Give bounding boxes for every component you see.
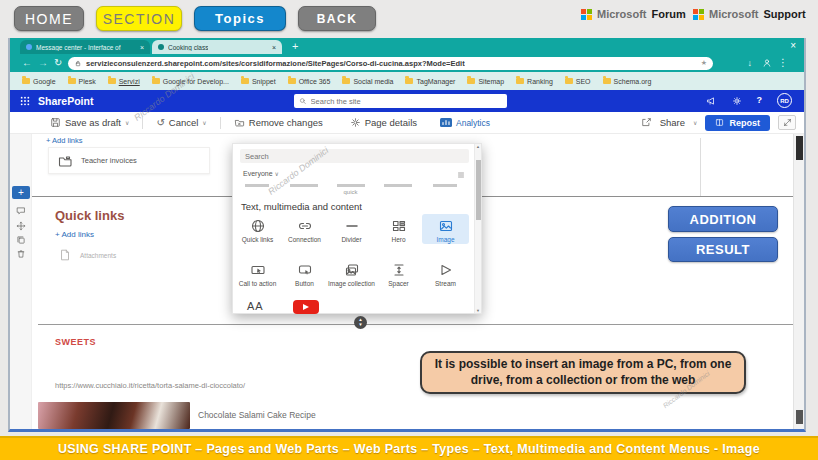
document-icon <box>58 248 72 262</box>
move-icon[interactable] <box>16 221 26 231</box>
gear-icon <box>350 117 361 128</box>
resize-button[interactable] <box>778 115 796 130</box>
youtube-icon[interactable] <box>293 300 319 314</box>
addition-button[interactable]: ADDITION <box>668 206 778 232</box>
webpart-tile-image[interactable]: Image <box>422 214 469 244</box>
trash-icon[interactable] <box>16 249 26 259</box>
folder-icon <box>467 78 475 84</box>
save-as-draft-button[interactable]: Save as draft∨ <box>50 117 129 128</box>
diagonal-resize-icon <box>783 118 792 127</box>
address-bar: ← → ↻ servizieconsulenzerd.sharepoint.co… <box>10 54 804 72</box>
chevron-down-icon: ∨ <box>275 171 279 177</box>
share-button[interactable]: Share <box>660 117 685 128</box>
bookmark-item[interactable]: Google <box>22 78 56 85</box>
truncated-label: quick <box>343 189 357 195</box>
menu-dots-icon[interactable]: ⋮ <box>778 57 788 68</box>
comment-icon[interactable] <box>16 206 26 216</box>
tab-favicon <box>26 44 32 50</box>
bookmark-item[interactable]: TagManager <box>405 78 455 85</box>
attachments-item[interactable]: Attachments <box>58 248 116 262</box>
download-icon[interactable]: ↓ <box>748 58 753 68</box>
left-rail <box>10 134 32 429</box>
refresh-icon[interactable]: ↻ <box>54 57 62 68</box>
panel-collapse-button[interactable]: ▲ ▼ <box>354 316 367 329</box>
webpart-tile-connection[interactable]: Connection <box>281 214 328 244</box>
forward-icon[interactable]: → <box>38 57 48 68</box>
page-canvas: + + Add links Teacher invoices Quick lin… <box>10 134 804 429</box>
close-tab-icon[interactable]: × <box>272 44 276 51</box>
site-search-box[interactable] <box>294 94 507 108</box>
close-window-icon[interactable]: × <box>790 40 796 51</box>
help-icon[interactable]: ? <box>757 95 763 105</box>
teacher-invoices-item[interactable]: Teacher invoices <box>48 147 210 174</box>
bookmark-item[interactable]: Google for Develop... <box>152 78 229 85</box>
home-button[interactable]: HOME <box>14 6 84 31</box>
bookmark-item[interactable]: Office 365 <box>288 78 331 85</box>
share-icon[interactable] <box>641 117 652 128</box>
url-field[interactable]: servizieconsulenzerd.sharepoint.com/site… <box>68 57 713 70</box>
bookmark-item[interactable]: Sitemap <box>467 78 504 85</box>
page-details-button[interactable]: Page details <box>350 117 417 128</box>
result-button[interactable]: RESULT <box>668 237 778 262</box>
bookmark-item[interactable]: Servizi <box>108 78 140 85</box>
hero-icon <box>391 218 407 234</box>
new-tab-button[interactable]: + <box>292 40 298 52</box>
webpart-search-input[interactable] <box>245 152 464 161</box>
waffle-icon[interactable] <box>20 96 30 106</box>
bookmark-item[interactable]: SEO <box>565 78 591 85</box>
folder-icon <box>516 78 524 84</box>
app-name[interactable]: SharePoint <box>38 95 93 107</box>
tab-cooking-class[interactable]: Cooking class × <box>152 40 282 54</box>
tab-message-center[interactable]: Message center - Interface of × <box>20 40 150 54</box>
fonts-icon[interactable]: AA <box>247 300 264 312</box>
bookmark-star-icon[interactable]: ★ <box>701 59 707 67</box>
microsoft-wordmark: Microsoft <box>709 8 759 20</box>
feedback-icon[interactable] <box>706 96 716 106</box>
bookmark-item[interactable]: Social media <box>342 78 393 85</box>
add-links[interactable]: + Add links <box>55 230 94 239</box>
bookmark-item[interactable]: Snippet <box>241 78 276 85</box>
add-webpart-button[interactable]: + <box>12 186 30 199</box>
scroll-down-icon[interactable]: ▼ <box>476 308 480 313</box>
recipe-title[interactable]: Chocolate Salami Cake Recipe <box>198 410 316 420</box>
close-tab-icon[interactable]: × <box>140 44 144 51</box>
webpart-tile-quick-links[interactable]: Quick links <box>234 214 281 244</box>
bookmark-item[interactable]: Ranking <box>516 78 553 85</box>
topics-button[interactable]: Topics <box>194 6 286 31</box>
add-links-top[interactable]: + Add links <box>46 136 82 145</box>
webpart-tile-stream[interactable]: Stream <box>422 258 469 288</box>
chevron-down-icon[interactable]: ∨ <box>693 119 697 126</box>
panel-scrollbar[interactable]: ▲ ▼ <box>474 144 481 313</box>
webpart-search-box[interactable] <box>240 149 469 163</box>
recipe-thumbnail[interactable] <box>38 402 190 429</box>
scrollbar-thumb[interactable] <box>796 136 803 160</box>
bookmark-item[interactable]: Schema.org <box>603 78 652 85</box>
webpart-tile-image-collection[interactable]: Image collection <box>328 258 375 288</box>
filter-dropdown[interactable]: Everyone ∨ <box>243 170 279 177</box>
analytics-button[interactable]: Analytics <box>440 118 490 128</box>
back-button[interactable]: BACK <box>298 6 376 31</box>
cancel-button[interactable]: ↺ Cancel∨ <box>156 117 206 128</box>
settings-gear-icon[interactable] <box>732 96 742 106</box>
webpart-tile-divider[interactable]: Divider <box>328 214 375 244</box>
scrollbar-thumb[interactable] <box>476 160 481 220</box>
remove-changes-button[interactable]: Remove changes <box>234 117 323 128</box>
profile-icon[interactable] <box>762 58 772 68</box>
scroll-up-icon[interactable]: ▲ <box>476 144 480 149</box>
repost-button[interactable]: Repost <box>705 115 770 131</box>
remove-changes-icon <box>234 117 245 128</box>
content-scrollbar[interactable] <box>793 134 804 429</box>
avatar[interactable]: RD <box>777 93 792 108</box>
section-button[interactable]: SECTION <box>96 6 182 31</box>
copy-icon[interactable] <box>16 235 26 245</box>
search-input[interactable] <box>311 97 502 106</box>
webpart-tile-spacer[interactable]: Spacer <box>375 258 422 288</box>
list-view-icon[interactable] <box>457 171 465 179</box>
back-icon[interactable]: ← <box>22 57 32 68</box>
image-collection-icon <box>344 262 360 278</box>
column-divider <box>700 138 701 196</box>
webpart-tile-call-to-action[interactable]: Call to action <box>234 258 281 288</box>
bookmark-item[interactable]: Plesk <box>68 78 96 85</box>
webpart-tile-hero[interactable]: Hero <box>375 214 422 244</box>
webpart-tile-button[interactable]: Button <box>281 258 328 288</box>
